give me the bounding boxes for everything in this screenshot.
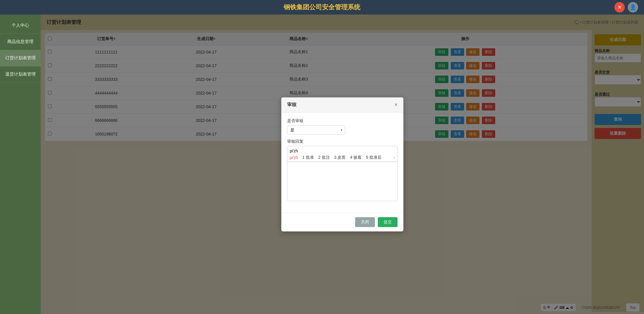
user-button[interactable]: 👤 [628, 2, 638, 13]
ime-suggestion-bar: pi'zh 1 批准 2 批注 3 皮质 4 披着 5 批准后 › [287, 154, 398, 161]
sidebar: 个人中心 商品信息管理 订货计划表管理 退货计划表管理 [0, 15, 41, 314]
header-icons: ✕ 👤 [614, 2, 638, 13]
modal-overlay: 审核 × 是否审核 是 否 审核回复 [41, 15, 644, 314]
audit-group: 是否审核 是 否 [287, 118, 398, 135]
close-button[interactable]: ✕ [614, 2, 625, 13]
app-title: 钢铁集团公司安全管理系统 [284, 3, 360, 12]
ime-candidate-4[interactable]: 4 披着 [350, 155, 362, 160]
sidebar-item-personal[interactable]: 个人中心 [0, 17, 41, 34]
main-layout: 个人中心 商品信息管理 订货计划表管理 退货计划表管理 订货计划表管理 🏠 / … [0, 15, 644, 314]
audit-modal: 审核 × 是否审核 是 否 审核回复 [281, 97, 403, 231]
sidebar-item-return[interactable]: 退货计划表管理 [0, 66, 41, 83]
sidebar-item-product[interactable]: 商品信息管理 [0, 34, 41, 50]
ime-candidate-5[interactable]: 5 批准后 [366, 155, 382, 160]
modal-header: 审核 × [281, 97, 403, 113]
ime-arrow-icon[interactable]: › [393, 155, 395, 160]
modal-body: 是否审核 是 否 审核回复 pi'zh [281, 113, 403, 213]
submit-modal-button[interactable]: 提交 [378, 217, 398, 227]
modal-title: 审核 [287, 102, 296, 108]
audit-label: 是否审核 [287, 118, 398, 124]
app-header: 钢铁集团公司安全管理系统 ✕ 👤 [0, 0, 644, 15]
ime-candidate-2[interactable]: 2 批注 [318, 155, 330, 160]
modal-close-icon-button[interactable]: × [394, 102, 398, 108]
textarea-wrapper: pi'zh 1 批准 2 批注 3 皮质 4 披着 5 批准后 › [287, 146, 398, 202]
reply-group: 审核回复 pi'zh 1 批准 2 批注 3 皮质 4 披着 5 批准后 › [287, 139, 398, 202]
main-content: 订货计划表管理 🏠 / 订货计划表管理 / 订货计划表列表 订货单号÷ 生成日期… [41, 15, 644, 314]
ime-candidate-1[interactable]: 1 批准 [302, 155, 314, 160]
ime-current-input: pi'zh [290, 155, 298, 160]
ime-candidate-3[interactable]: 3 皮质 [334, 155, 346, 160]
reply-label: 审核回复 [287, 139, 398, 144]
sidebar-item-order[interactable]: 订货计划表管理 [0, 50, 41, 66]
close-modal-button[interactable]: 关闭 [355, 217, 375, 227]
audit-select-wrapper: 是 否 [287, 125, 345, 135]
modal-footer: 关闭 提交 [281, 213, 403, 231]
audit-select[interactable]: 是 否 [287, 125, 345, 135]
